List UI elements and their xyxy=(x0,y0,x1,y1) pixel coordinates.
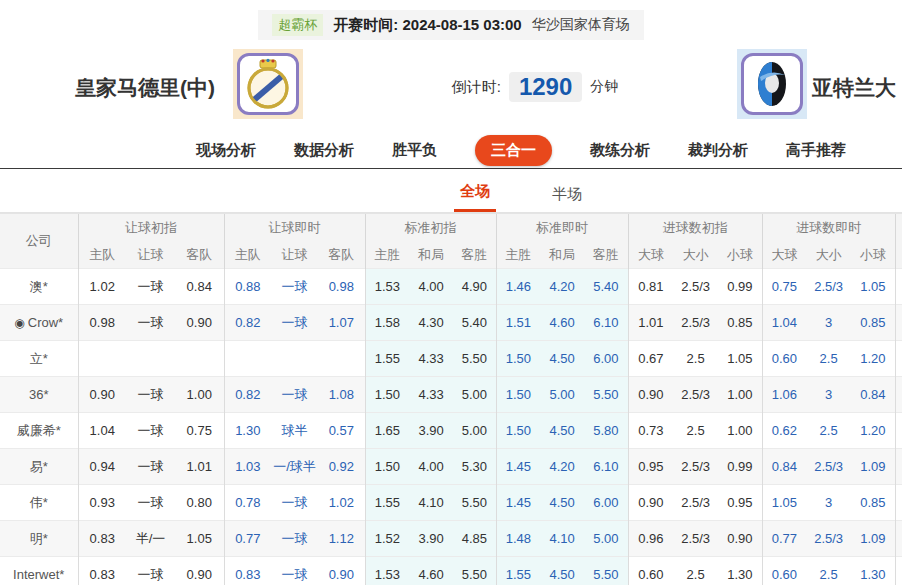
odds-cell-7-3: 0.77 xyxy=(224,521,271,557)
odds-table-wrap: 公司让球初指让球即时标准初指标准即时进球数初指进球数即时主队让球客队主队让球客队… xyxy=(0,213,902,585)
odds-cell-6-7: 4.10 xyxy=(409,485,453,521)
sub-header-4-2: 小球 xyxy=(718,242,762,269)
odds-cell-8-15: 0.60 xyxy=(762,557,806,585)
odds-cell-8-13: 2.5 xyxy=(673,557,718,585)
odds-cell-7-0: 0.83 xyxy=(78,521,126,557)
odds-table: 公司让球初指让球即时标准初指标准即时进球数初指进球数即时主队让球客队主队让球客队… xyxy=(0,213,902,585)
odds-cell-4-4: 球半 xyxy=(271,413,318,449)
nav-tab-1[interactable]: 数据分析 xyxy=(294,141,354,160)
odds-cell-1-3: 0.82 xyxy=(224,305,271,341)
odds-cell-7-9: 1.48 xyxy=(496,521,540,557)
odds-cell-1-9: 1.51 xyxy=(496,305,540,341)
odds-row-6: 伟*0.93一球0.800.78一球1.021.554.105.501.454.… xyxy=(0,485,902,521)
company-name: ◉Crow* xyxy=(0,305,78,341)
odds-cell-2-3 xyxy=(224,341,271,377)
odds-cell-2-0 xyxy=(78,341,126,377)
nav-tab-4[interactable]: 教练分析 xyxy=(590,141,650,160)
odds-cell-3-11: 5.50 xyxy=(584,377,628,413)
odds-cell-4-0: 1.04 xyxy=(78,413,126,449)
sub-tab-1[interactable]: 半场 xyxy=(546,177,588,212)
sub-header-2-0: 主胜 xyxy=(365,242,409,269)
home-team-name: 皇家马德里(中) xyxy=(75,74,215,102)
odds-cell-8-6: 1.53 xyxy=(365,557,409,585)
odds-cell-7-12: 0.96 xyxy=(628,521,673,557)
sub-header-3-1: 和局 xyxy=(540,242,584,269)
odds-cell-2-10: 4.50 xyxy=(540,341,584,377)
odds-cell-5-13: 2.5/3 xyxy=(673,449,718,485)
odds-cell-2-2 xyxy=(175,341,224,377)
sub-header-2-1: 和局 xyxy=(409,242,453,269)
odds-cell-4-15: 0.62 xyxy=(762,413,806,449)
odds-cell-6-2: 0.80 xyxy=(175,485,224,521)
odds-cell-3-3: 0.82 xyxy=(224,377,271,413)
odds-cell-3-13: 2.5/3 xyxy=(673,377,718,413)
odds-cell-3-2: 1.00 xyxy=(175,377,224,413)
group-header-2: 标准初指 xyxy=(365,214,496,242)
company-logo-icon: ◉ xyxy=(14,316,24,330)
odds-cell-2-7: 4.33 xyxy=(409,341,453,377)
atalanta-crest-icon xyxy=(755,59,789,109)
analysis-nav: 现场分析数据分析胜平负三合一教练分析裁判分析高手推荐 xyxy=(0,132,902,169)
sub-header-4-1: 大小 xyxy=(673,242,718,269)
odds-cell-8-14: 1.30 xyxy=(718,557,762,585)
company-name: 伟* xyxy=(0,485,78,521)
odds-cell-1-16: 3 xyxy=(806,305,851,341)
odds-cell-8-9: 1.55 xyxy=(496,557,540,585)
odds-cell-7-5: 1.12 xyxy=(318,521,365,557)
odds-cell-5-11: 6.10 xyxy=(584,449,628,485)
odds-cell-8-7: 4.60 xyxy=(409,557,453,585)
odds-cell-3-9: 1.50 xyxy=(496,377,540,413)
odds-cell-3-10: 5.00 xyxy=(540,377,584,413)
odds-cell-6-9: 1.45 xyxy=(496,485,540,521)
sub-tab-0[interactable]: 全场 xyxy=(454,174,496,212)
odds-cell-6-5: 1.02 xyxy=(318,485,365,521)
odds-cell-1-1: 一球 xyxy=(126,305,175,341)
odds-cell-6-15: 1.05 xyxy=(762,485,806,521)
odds-cell-7-2: 1.05 xyxy=(175,521,224,557)
odds-cell-2-9: 1.50 xyxy=(496,341,540,377)
overflow-cell xyxy=(895,341,902,377)
odds-cell-5-1: 一球 xyxy=(126,449,175,485)
odds-cell-8-12: 0.60 xyxy=(628,557,673,585)
nav-tab-3[interactable]: 三合一 xyxy=(475,135,552,166)
odds-cell-2-17: 1.20 xyxy=(851,341,895,377)
nav-tab-6[interactable]: 高手推荐 xyxy=(786,141,846,160)
company-name: 立* xyxy=(0,341,78,377)
odds-cell-7-13: 2.5/3 xyxy=(673,521,718,557)
sub-header-5-2: 小球 xyxy=(851,242,895,269)
odds-cell-6-14: 0.95 xyxy=(718,485,762,521)
odds-cell-5-12: 0.95 xyxy=(628,449,673,485)
odds-cell-1-10: 4.60 xyxy=(540,305,584,341)
nav-tab-2[interactable]: 胜平负 xyxy=(392,141,437,160)
nav-tab-5[interactable]: 裁判分析 xyxy=(688,141,748,160)
odds-cell-4-11: 5.80 xyxy=(584,413,628,449)
match-info-inner: 超霸杯 开赛时间: 2024-08-15 03:00 华沙国家体育场 xyxy=(258,10,643,40)
odds-cell-6-12: 0.90 xyxy=(628,485,673,521)
odds-cell-2-5 xyxy=(318,341,365,377)
odds-cell-3-7: 4.33 xyxy=(409,377,453,413)
odds-cell-3-4: 一球 xyxy=(271,377,318,413)
odds-cell-5-16: 2.5/3 xyxy=(806,449,851,485)
odds-cell-6-13: 2.5/3 xyxy=(673,485,718,521)
odds-cell-3-6: 1.50 xyxy=(365,377,409,413)
odds-cell-7-7: 3.90 xyxy=(409,521,453,557)
odds-cell-2-13: 2.5 xyxy=(673,341,718,377)
odds-cell-1-13: 2.5/3 xyxy=(673,305,718,341)
nav-tab-0[interactable]: 现场分析 xyxy=(196,141,256,160)
odds-cell-2-6: 1.55 xyxy=(365,341,409,377)
odds-cell-0-9: 1.46 xyxy=(496,269,540,305)
kickoff-time: 开赛时间: 2024-08-15 03:00 xyxy=(333,16,521,35)
odds-cell-0-2: 0.84 xyxy=(175,269,224,305)
countdown-unit: 分钟 xyxy=(590,78,618,96)
odds-cell-3-5: 1.08 xyxy=(318,377,365,413)
odds-cell-4-6: 1.65 xyxy=(365,413,409,449)
odds-cell-5-14: 0.99 xyxy=(718,449,762,485)
odds-cell-0-17: 1.05 xyxy=(851,269,895,305)
odds-cell-0-3: 0.88 xyxy=(224,269,271,305)
odds-cell-4-16: 2.5 xyxy=(806,413,851,449)
odds-cell-7-4: 一球 xyxy=(271,521,318,557)
odds-cell-1-11: 6.10 xyxy=(584,305,628,341)
odds-cell-8-2: 0.90 xyxy=(175,557,224,585)
period-subtabs: 全场半场 xyxy=(0,170,902,213)
overflow-cell xyxy=(895,449,902,485)
